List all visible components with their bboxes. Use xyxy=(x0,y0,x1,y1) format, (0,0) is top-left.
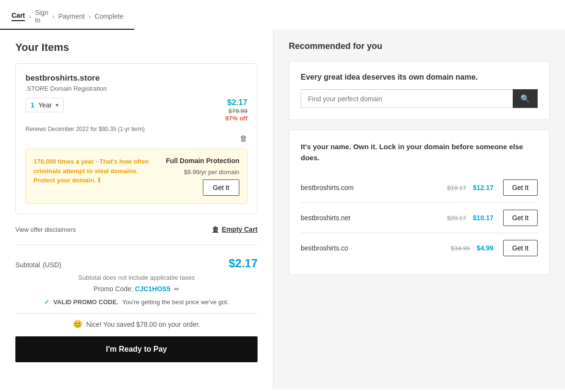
domain-name: bestbroshirts.store xyxy=(25,73,247,83)
lock-in-card: It's your name. Own it. Lock in your dom… xyxy=(289,130,550,275)
protection-offer: Full Domain Protection $9.99/yr per doma… xyxy=(166,157,239,196)
valid-promo-bold: VALID PROMO CODE. xyxy=(53,298,118,306)
warning-prefix: 170,000 times a year xyxy=(34,158,94,165)
protection-warning: 170,000 times a year - That's how often … xyxy=(34,157,158,196)
domain-search-card: Every great idea deserves its own domain… xyxy=(289,61,550,120)
subtotal-section: Subtotal (USD) $2.17 Subtotal does not i… xyxy=(15,245,258,362)
domain-recommendations: bestbroshirts.com $19.17 $12.17 Get It b… xyxy=(301,173,538,263)
cart-footer: View offer disclaimers 🗑 Empty Cart xyxy=(15,222,258,233)
rec-price-original: $19.17 xyxy=(447,184,466,191)
subtotal-amount: $2.17 xyxy=(229,257,258,270)
domain-rec-item: bestbroshirts.com $19.17 $12.17 Get It xyxy=(301,173,538,203)
search-button[interactable]: 🔍 xyxy=(513,89,538,108)
cart-item-card: bestbroshirts.store .STORE Domain Regist… xyxy=(15,63,258,214)
check-icon: ✓ xyxy=(44,298,49,306)
subtotal-row: Subtotal (USD) $2.17 xyxy=(15,257,258,270)
domain-subtitle: .STORE Domain Registration xyxy=(25,85,247,92)
recommended-title: Recommended for you xyxy=(289,41,550,51)
rec-price-sale: $10.17 xyxy=(473,214,494,222)
empty-cart-button[interactable]: 🗑 Empty Cart xyxy=(212,226,258,233)
savings-text: Nice! You saved $78.00 on your order. xyxy=(86,321,200,328)
item-actions: 🗑 xyxy=(25,134,247,143)
breadcrumb-sep-2: › xyxy=(52,12,55,20)
trash-icon: 🗑 xyxy=(212,226,219,233)
domain-rec-name: bestbroshirts.net xyxy=(301,214,443,222)
protection-upsell: 170,000 times a year - That's how often … xyxy=(25,149,247,204)
breadcrumb-payment[interactable]: Payment xyxy=(58,12,84,20)
rec-price-original: $20.17 xyxy=(447,214,466,222)
year-label: Year xyxy=(38,101,52,109)
search-icon: 🔍 xyxy=(520,95,530,103)
rec-price-sale: $12.17 xyxy=(473,184,494,191)
right-panel: Recommended for you Every great idea des… xyxy=(273,30,565,390)
price-current: $2.17 xyxy=(225,98,247,107)
year-value: 1 xyxy=(31,101,35,109)
price-discount: 97% off xyxy=(225,115,247,122)
price-original: $79.99 xyxy=(225,107,247,115)
rec-price-sale: $4.99 xyxy=(477,244,494,252)
domain-rec-name: bestbroshirts.co xyxy=(301,244,447,252)
breadcrumb: Cart › Sign In › Payment › Complete xyxy=(0,0,134,30)
breadcrumb-sep-3: › xyxy=(89,12,91,20)
domain-rec-item: bestbroshirts.co $34.99 $4.99 Get It xyxy=(301,233,538,263)
delete-icon[interactable]: 🗑 xyxy=(240,134,247,143)
main-layout: Your Items bestbroshirts.store .STORE Do… xyxy=(0,30,565,390)
promo-code: CJC1HOS5 xyxy=(135,285,170,293)
pay-button[interactable]: I'm Ready to Pay xyxy=(15,336,258,362)
renews-text: Renews December 2022 for $80.35 (1-yr te… xyxy=(25,126,247,132)
subtotal-label: Subtotal (USD) xyxy=(15,259,61,270)
breadcrumb-complete[interactable]: Complete xyxy=(94,12,123,20)
rec-get-it-button-1[interactable]: Get It xyxy=(503,210,538,226)
savings-row: 😊 Nice! You saved $78.00 on your order. xyxy=(15,320,258,329)
protection-price: $9.99/yr per domain xyxy=(184,168,239,176)
breadcrumb-sep-1: › xyxy=(29,12,31,20)
view-disclaimers-link[interactable]: View offer disclaimers xyxy=(15,226,76,233)
chevron-down-icon: ▾ xyxy=(56,102,59,108)
promo-label: Promo Code: xyxy=(94,285,133,293)
domain-rec-item: bestbroshirts.net $20.17 $10.17 Get It xyxy=(301,203,538,233)
valid-promo-text: You're getting the best price we've got. xyxy=(122,298,229,306)
domain-search-input[interactable] xyxy=(301,89,513,108)
tax-note: Subtotal does not include applicable tax… xyxy=(15,274,258,281)
breadcrumb-signin[interactable]: Sign In xyxy=(35,9,48,24)
domain-search-tagline: Every great idea deserves its own domain… xyxy=(301,73,538,82)
price-block: $2.17 $79.99 97% off xyxy=(225,98,247,122)
year-select[interactable]: 1 Year ▾ xyxy=(25,98,64,112)
protection-title: Full Domain Protection xyxy=(166,157,239,165)
rec-get-it-button-0[interactable]: Get It xyxy=(503,179,538,196)
valid-promo-row: ✓ VALID PROMO CODE. You're getting the b… xyxy=(15,298,258,306)
rec-get-it-button-2[interactable]: Get It xyxy=(503,240,538,256)
item-row: 1 Year ▾ $2.17 $79.99 97% off xyxy=(25,98,247,122)
search-row: 🔍 xyxy=(301,89,538,108)
left-panel: Your Items bestbroshirts.store .STORE Do… xyxy=(0,30,273,390)
promo-edit-icon[interactable]: ✏ xyxy=(174,285,179,293)
separator xyxy=(15,313,258,314)
rec-price-original: $34.99 xyxy=(451,245,470,252)
lock-in-text: It's your name. Own it. Lock in your dom… xyxy=(301,142,538,163)
protection-get-it-button[interactable]: Get It xyxy=(203,179,239,196)
savings-icon: 😊 xyxy=(73,320,82,329)
page-title: Your Items xyxy=(15,41,258,54)
promo-row: Promo Code: CJC1HOS5 ✏ xyxy=(15,285,258,293)
domain-rec-name: bestbroshirts.com xyxy=(301,184,443,191)
info-icon: ℹ xyxy=(98,177,100,184)
breadcrumb-cart[interactable]: Cart xyxy=(12,12,25,21)
